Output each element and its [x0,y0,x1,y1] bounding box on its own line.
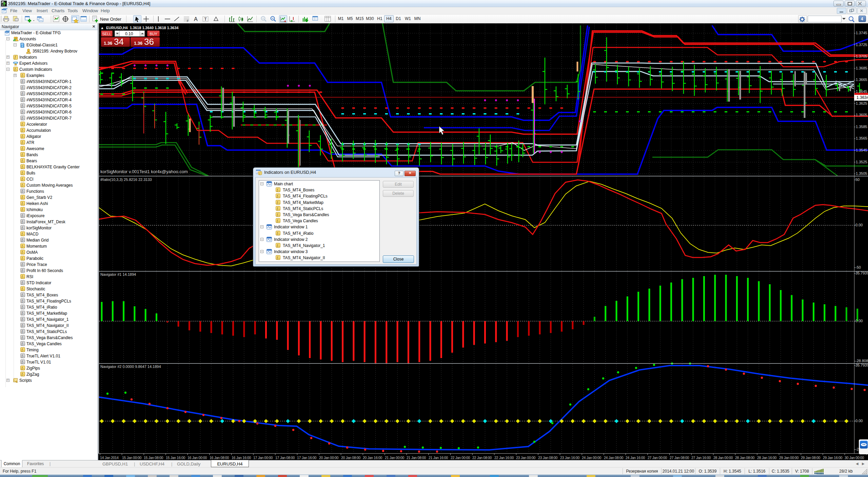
svg-text:F: F [187,19,189,23]
svg-text:A: A [194,16,198,22]
svg-text:T: T [204,17,207,22]
